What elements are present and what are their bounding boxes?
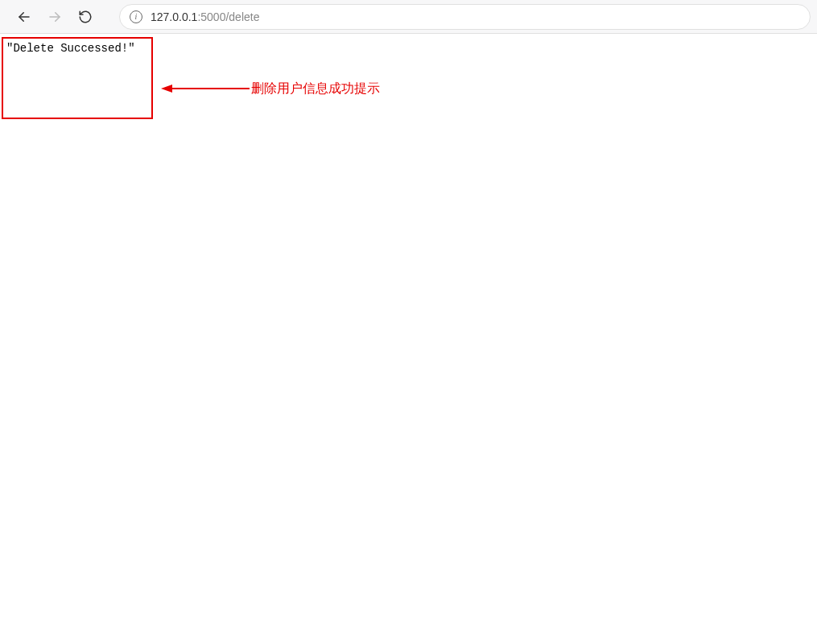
url-path: :5000/delete	[197, 10, 259, 23]
back-icon[interactable]	[16, 9, 32, 25]
forward-icon	[47, 9, 63, 25]
annotation-label: 删除用户信息成功提示	[251, 80, 380, 97]
nav-buttons	[6, 9, 103, 25]
annotation-arrow-icon	[161, 84, 250, 93]
reload-icon[interactable]	[77, 9, 93, 25]
response-message: "Delete Successed!"	[6, 40, 811, 56]
svg-marker-3	[161, 85, 172, 93]
page-content: "Delete Successed!"	[0, 34, 817, 63]
address-bar[interactable]: i 127.0.0.1:5000/delete	[119, 4, 811, 30]
url-text: 127.0.0.1:5000/delete	[151, 10, 259, 23]
info-icon[interactable]: i	[130, 10, 142, 23]
browser-toolbar: i 127.0.0.1:5000/delete	[0, 0, 817, 34]
url-host: 127.0.0.1	[151, 10, 197, 23]
